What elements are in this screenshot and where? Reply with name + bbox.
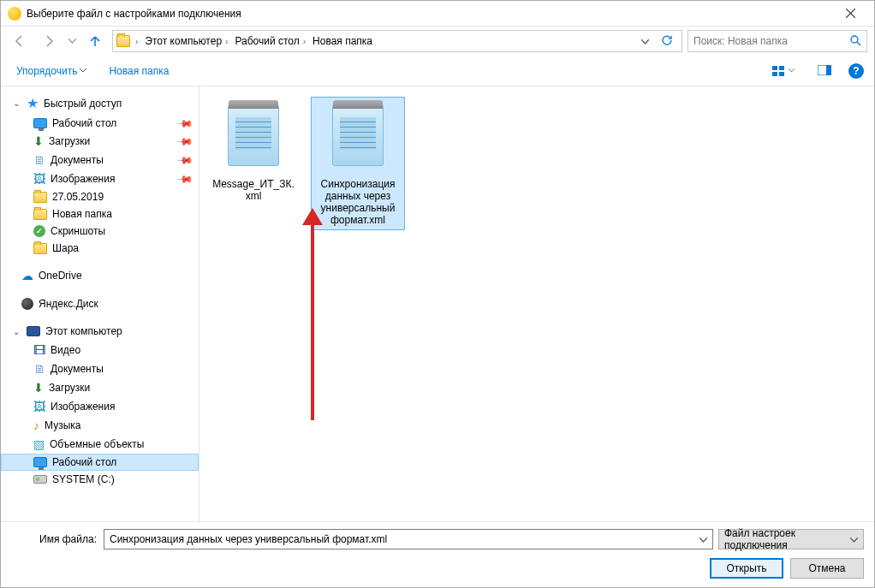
search-input[interactable]: Поиск: Новая папка <box>688 30 867 52</box>
address-dropdown[interactable] <box>638 35 652 47</box>
yandex-icon <box>21 298 33 310</box>
image-icon: 🖼 <box>33 400 45 413</box>
sidebar-item-documents[interactable]: 🗎 Документы 📌 <box>1 151 199 169</box>
sidebar-item-music[interactable]: ♪ Музыка <box>1 416 199 435</box>
yandex-disk-header[interactable]: Яндекс.Диск <box>1 294 199 313</box>
image-icon: 🖼 <box>33 172 45 186</box>
search-placeholder: Поиск: Новая папка <box>693 35 788 47</box>
sidebar-item-screenshots[interactable]: ✓ Скриншоты <box>1 223 199 240</box>
cloud-icon: ☁ <box>21 269 33 282</box>
file-type-filter[interactable]: Файл настроек подключения <box>718 529 864 549</box>
download-icon: ⬇ <box>33 381 44 395</box>
view-button[interactable] <box>766 62 801 80</box>
breadcrumb-root-chevron[interactable]: › <box>134 37 140 46</box>
svg-rect-2 <box>779 66 784 70</box>
monitor-icon <box>33 118 47 128</box>
folder-icon <box>33 243 47 254</box>
folder-icon <box>33 209 47 220</box>
star-icon: ★ <box>27 95 39 111</box>
onedrive-header[interactable]: ☁ OneDrive <box>1 265 199 286</box>
computer-icon <box>27 326 40 336</box>
folder-icon <box>33 192 47 203</box>
cancel-button[interactable]: Отмена <box>790 558 864 579</box>
pin-icon: 📌 <box>176 115 194 133</box>
svg-rect-1 <box>772 66 777 70</box>
filename-input[interactable]: Синхронизация данных через универсальный… <box>104 529 713 549</box>
sidebar-item-system-c[interactable]: SYSTEM (C:) <box>1 471 199 488</box>
sidebar-item-pictures[interactable]: 🖼 Изображения <box>1 397 199 416</box>
svg-rect-3 <box>772 72 777 76</box>
monitor-icon <box>33 457 47 467</box>
disk-icon <box>33 475 47 484</box>
recent-dropdown[interactable] <box>66 29 78 53</box>
svg-rect-4 <box>779 72 784 76</box>
annotation-arrow <box>311 223 314 420</box>
document-icon: 🗎 <box>33 362 45 376</box>
sidebar-item-desktop[interactable]: Рабочий стол 📌 <box>1 115 199 132</box>
video-icon: 🎞 <box>33 343 45 357</box>
svg-point-0 <box>851 36 858 43</box>
chevron-down-icon[interactable] <box>699 533 707 545</box>
close-button[interactable] <box>833 2 867 26</box>
document-icon: 🗎 <box>33 153 45 167</box>
new-folder-button[interactable]: Новая папка <box>104 62 174 80</box>
navbar: › Этот компьютер› Рабочий стол› Новая па… <box>1 27 874 56</box>
sidebar-item-3d[interactable]: ▧ Объемные объекты <box>1 435 199 454</box>
sidebar-item-folder[interactable]: 27.05.2019 <box>1 188 199 205</box>
check-icon: ✓ <box>33 225 45 237</box>
file-name: Синхронизация данных через универсальный… <box>315 178 401 226</box>
breadcrumb-item[interactable]: Новая папка <box>311 35 374 47</box>
up-button[interactable] <box>83 29 107 53</box>
filename-label: Имя файла: <box>35 533 97 545</box>
svg-rect-6 <box>826 65 831 75</box>
refresh-button[interactable] <box>656 34 678 49</box>
chevron-down-icon[interactable] <box>850 533 858 545</box>
file-item[interactable]: Синхронизация данных через универсальный… <box>311 97 405 230</box>
sidebar-item-desktop[interactable]: Рабочий стол <box>1 454 199 471</box>
this-pc-header[interactable]: ⌄ Этот компьютер <box>1 322 199 341</box>
xml-file-icon <box>223 104 284 175</box>
sidebar-item-videos[interactable]: 🎞 Видео <box>1 341 199 359</box>
pin-icon: 📌 <box>176 170 194 188</box>
sidebar-item-downloads[interactable]: ⬇ Загрузки 📌 <box>1 132 199 151</box>
xml-file-icon <box>327 104 389 175</box>
sidebar-item-pictures[interactable]: 🖼 Изображения 📌 <box>1 169 199 188</box>
window-title: Выберите файл с настройками подключения <box>27 8 833 20</box>
footer: Имя файла: Синхронизация данных через ун… <box>1 521 874 587</box>
sidebar-item-documents[interactable]: 🗎 Документы <box>1 359 199 378</box>
folder-icon <box>116 35 130 47</box>
expand-icon: ⌄ <box>13 327 21 336</box>
titlebar: Выберите файл с настройками подключения <box>1 1 874 27</box>
help-button[interactable]: ? <box>848 63 864 79</box>
sidebar-item-folder[interactable]: Новая папка <box>1 205 199 223</box>
breadcrumb-item[interactable]: Этот компьютер› <box>143 35 229 47</box>
music-icon: ♪ <box>33 419 39 432</box>
sidebar-item-folder[interactable]: Шара <box>1 240 199 257</box>
file-list[interactable]: Message_ИТ_ЗК.xml Синхронизация данных ч… <box>199 86 874 521</box>
pin-icon: 📌 <box>176 151 194 169</box>
sidebar[interactable]: ⌄ ★ Быстрый доступ Рабочий стол 📌 ⬇ Загр… <box>1 86 199 521</box>
file-item[interactable]: Message_ИТ_ЗК.xml <box>206 97 301 206</box>
back-button[interactable] <box>8 29 32 53</box>
toolbar: Упорядочить Новая папка ? <box>1 56 874 86</box>
organize-button[interactable]: Упорядочить <box>11 62 92 80</box>
app-icon <box>8 7 21 21</box>
file-name: Message_ИТ_ЗК.xml <box>211 178 296 202</box>
download-icon: ⬇ <box>33 134 44 148</box>
cube-icon: ▧ <box>33 437 45 451</box>
preview-pane-button[interactable] <box>812 61 836 81</box>
sidebar-item-downloads[interactable]: ⬇ Загрузки <box>1 378 199 397</box>
quick-access-header[interactable]: ⌄ ★ Быстрый доступ <box>1 92 199 115</box>
expand-icon: ⌄ <box>13 98 21 108</box>
search-icon <box>849 34 861 49</box>
pin-icon: 📌 <box>176 133 194 151</box>
open-button[interactable]: Открыть <box>710 558 783 579</box>
forward-button[interactable] <box>37 29 61 53</box>
file-open-dialog: Выберите файл с настройками подключения … <box>0 0 875 588</box>
breadcrumb-item[interactable]: Рабочий стол› <box>233 35 307 47</box>
address-bar[interactable]: › Этот компьютер› Рабочий стол› Новая па… <box>112 30 682 52</box>
